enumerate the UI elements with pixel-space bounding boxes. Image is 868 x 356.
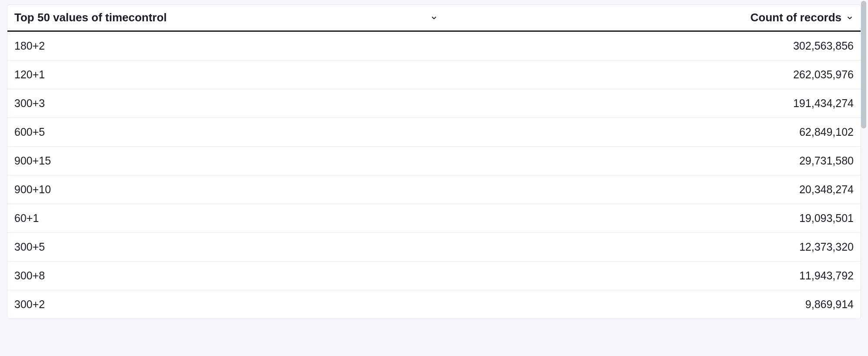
table-row[interactable]: 120+1262,035,976 [7,60,861,89]
cell-count-value: 19,093,501 [799,212,854,225]
table-header-row: Top 50 values of timecontrol Count of re… [7,5,861,32]
cell-count-value: 9,869,914 [805,298,854,311]
cell-timecontrol-value: 300+5 [14,241,799,253]
table-row[interactable]: 600+562,849,102 [7,118,861,147]
cell-count-value: 262,035,976 [793,68,854,81]
table-body: 180+2302,563,856120+1262,035,976300+3191… [7,32,861,319]
table-row[interactable]: 180+2302,563,856 [7,32,861,60]
header-left-cell[interactable]: Top 50 values of timecontrol [14,11,751,24]
cell-timecontrol-value: 900+10 [14,183,799,196]
table-row[interactable]: 300+29,869,914 [7,290,861,319]
cell-count-value: 20,348,274 [799,183,854,196]
cell-timecontrol-value: 600+5 [14,126,799,138]
table-row[interactable]: 300+811,943,792 [7,262,861,290]
header-left-label: Top 50 values of timecontrol [14,11,167,24]
table-row[interactable]: 60+119,093,501 [7,204,861,233]
table-row[interactable]: 300+512,373,320 [7,233,861,262]
cell-count-value: 302,563,856 [793,40,854,52]
header-right-cell[interactable]: Count of records [751,11,854,24]
cell-count-value: 12,373,320 [799,241,854,253]
cell-timecontrol-value: 60+1 [14,212,799,225]
cell-timecontrol-value: 180+2 [14,40,793,52]
cell-timecontrol-value: 300+8 [14,269,799,282]
cell-count-value: 29,731,580 [799,154,854,167]
cell-count-value: 62,849,102 [799,126,854,138]
chevron-down-icon [430,14,438,22]
cell-timecontrol-value: 120+1 [14,68,793,81]
chevron-down-icon [846,14,854,22]
scrollbar-track[interactable] [860,1,867,319]
data-table: Top 50 values of timecontrol Count of re… [7,4,861,319]
cell-timecontrol-value: 900+15 [14,154,799,167]
header-right-label: Count of records [751,11,841,24]
cell-count-value: 11,943,792 [799,269,854,282]
cell-timecontrol-value: 300+3 [14,97,793,110]
table-row[interactable]: 300+3191,434,274 [7,89,861,118]
scrollbar-thumb[interactable] [861,1,866,128]
table-row[interactable]: 900+1529,731,580 [7,147,861,175]
header-sort-toggle[interactable] [430,14,438,22]
cell-timecontrol-value: 300+2 [14,298,805,311]
cell-count-value: 191,434,274 [793,97,854,110]
table-row[interactable]: 900+1020,348,274 [7,175,861,204]
